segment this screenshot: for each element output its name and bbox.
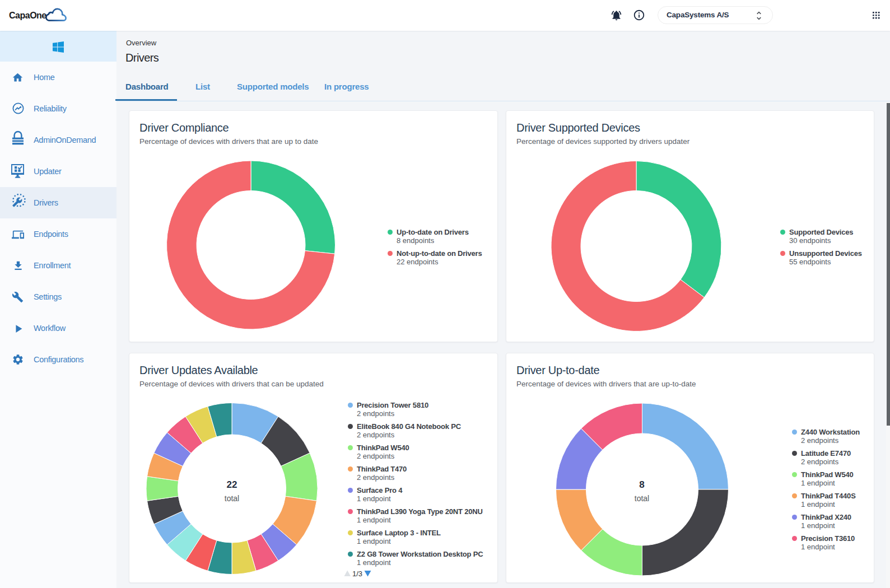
svg-text:1/3: 1/3: [352, 570, 362, 577]
